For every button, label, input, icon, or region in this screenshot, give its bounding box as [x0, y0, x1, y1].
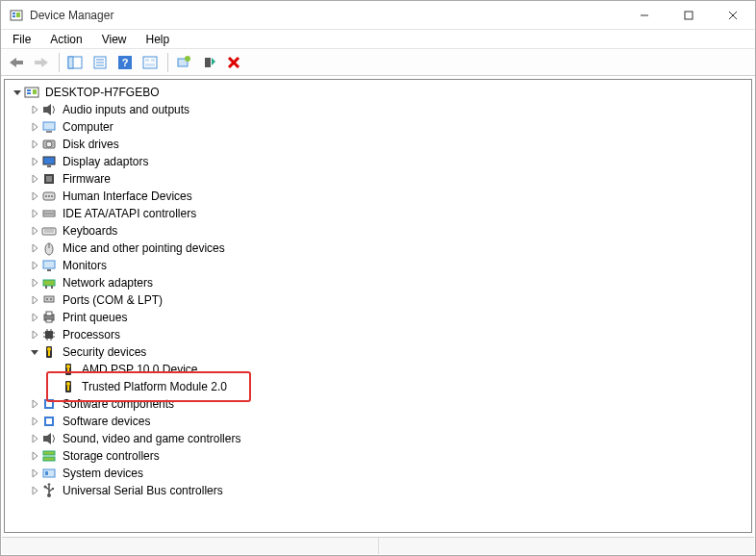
minimize-button[interactable] — [622, 1, 667, 29]
app-icon — [9, 8, 24, 23]
maximize-button[interactable] — [667, 1, 711, 29]
svg-rect-60 — [46, 312, 52, 316]
menu-action[interactable]: Action — [42, 31, 89, 48]
svg-rect-84 — [43, 436, 47, 442]
chevron-right-icon[interactable] — [28, 432, 41, 445]
svg-rect-29 — [27, 92, 31, 94]
toolbar-properties-button[interactable] — [88, 52, 112, 73]
tree-category[interactable]: Software devices — [7, 413, 749, 430]
toolbar-update-driver-button[interactable] — [172, 52, 195, 73]
toolbar-scan-button[interactable] — [139, 52, 162, 73]
tree-category[interactable]: Computer — [7, 118, 749, 136]
tree-category[interactable]: Security devices — [7, 343, 749, 361]
tree-category-label: Ports (COM & LPT) — [61, 292, 164, 308]
chevron-right-icon[interactable] — [28, 276, 41, 290]
chevron-right-icon[interactable] — [28, 467, 41, 480]
device-tree-pane[interactable]: DESKTOP-H7FGEBOAudio inputs and outputsC… — [4, 79, 752, 533]
svg-rect-8 — [15, 61, 23, 64]
svg-rect-20 — [151, 59, 155, 62]
tree-category[interactable]: Display adaptors — [7, 153, 749, 170]
tree-category[interactable]: Disk drives — [7, 136, 749, 153]
chevron-right-icon[interactable] — [28, 155, 41, 168]
chevron-right-icon[interactable] — [28, 207, 41, 220]
tree-category-label: Print queues — [61, 310, 129, 325]
chevron-right-icon[interactable] — [28, 138, 41, 151]
tree-category[interactable]: Human Interface Devices — [7, 188, 749, 205]
tree-category-label: Keyboards — [61, 223, 119, 239]
tree-category[interactable]: Sound, video and game controllers — [7, 430, 749, 447]
chevron-right-icon[interactable] — [28, 103, 41, 116]
device-tree[interactable]: DESKTOP-H7FGEBOAudio inputs and outputsC… — [7, 84, 749, 499]
tree-category-label: Processors — [61, 327, 122, 342]
tree-category-label: Firmware — [61, 171, 113, 187]
chevron-right-icon[interactable] — [28, 328, 41, 341]
tree-category[interactable]: Storage controllers — [7, 447, 749, 465]
keyboard-icon — [41, 223, 57, 239]
svg-rect-28 — [27, 89, 31, 91]
chevron-right-icon[interactable] — [28, 224, 41, 238]
network-icon — [41, 275, 57, 291]
svg-rect-1 — [13, 13, 15, 14]
chevron-right-icon[interactable] — [28, 415, 41, 428]
chevron-right-icon[interactable] — [28, 172, 41, 186]
svg-rect-86 — [43, 457, 55, 461]
svg-rect-33 — [46, 131, 52, 133]
chevron-right-icon[interactable] — [28, 293, 41, 307]
chevron-right-icon[interactable] — [28, 259, 41, 272]
menu-help[interactable]: Help — [139, 31, 178, 48]
hid-icon — [41, 189, 57, 204]
tree-root[interactable]: DESKTOP-H7FGEBO — [7, 84, 749, 101]
tree-category[interactable]: Monitors — [7, 257, 749, 274]
menu-file[interactable]: File — [5, 31, 38, 48]
toolbar-back-button[interactable] — [5, 52, 28, 73]
statusbar — [2, 537, 754, 554]
svg-rect-61 — [46, 319, 52, 322]
toolbar-disable-button[interactable] — [222, 52, 245, 73]
chevron-right-icon[interactable] — [28, 397, 41, 411]
tree-category[interactable]: Universal Serial Bus controllers — [7, 482, 749, 499]
svg-rect-62 — [45, 331, 53, 339]
tree-category[interactable]: Mice and other pointing devices — [7, 240, 749, 257]
svg-point-42 — [48, 195, 50, 197]
chevron-right-icon[interactable] — [28, 449, 41, 463]
chevron-down-icon[interactable] — [28, 345, 41, 359]
tree-category[interactable]: Network adapters — [7, 274, 749, 291]
toolbar-console-tree-button[interactable] — [63, 52, 87, 73]
svg-rect-9 — [35, 61, 42, 64]
chevron-right-icon[interactable] — [28, 484, 41, 497]
ide-icon — [41, 206, 57, 221]
tree-category[interactable]: Print queues — [7, 309, 749, 326]
mouse-icon — [41, 240, 57, 256]
svg-rect-88 — [45, 471, 48, 475]
toolbar-uninstall-button[interactable] — [197, 52, 220, 73]
computer-icon — [41, 119, 57, 135]
tree-category[interactable]: Ports (COM & LPT) — [7, 291, 749, 309]
chevron-down-icon[interactable] — [11, 86, 24, 99]
tree-category-label: Mice and other pointing devices — [61, 240, 227, 256]
tree-category[interactable]: Keyboards — [7, 222, 749, 240]
status-pane — [2, 538, 379, 554]
tree-category[interactable]: System devices — [7, 465, 749, 482]
chevron-right-icon[interactable] — [28, 311, 41, 324]
tree-category[interactable]: Firmware — [7, 170, 749, 188]
close-button[interactable] — [711, 1, 755, 29]
toolbar-forward-button[interactable] — [30, 52, 53, 73]
svg-point-35 — [46, 141, 52, 147]
tree-category[interactable]: Processors — [7, 326, 749, 343]
highlight-annotation — [46, 371, 251, 402]
chevron-right-icon[interactable] — [28, 190, 41, 203]
menu-view[interactable]: View — [94, 31, 135, 48]
svg-rect-31 — [43, 107, 47, 113]
svg-rect-5 — [685, 12, 693, 19]
usb-icon — [41, 483, 57, 498]
svg-rect-2 — [13, 15, 15, 17]
toolbar-help-button[interactable]: ? — [113, 52, 137, 73]
svg-rect-11 — [68, 57, 73, 68]
chevron-right-icon[interactable] — [28, 120, 41, 134]
chevron-right-icon[interactable] — [28, 241, 41, 255]
titlebar: Device Manager — [1, 1, 755, 30]
tree-category[interactable]: Audio inputs and outputs — [7, 101, 749, 118]
tree-category[interactable]: IDE ATA/ATAPI controllers — [7, 205, 749, 222]
tree-category-label: Sound, video and game controllers — [61, 431, 242, 446]
monitor-icon — [41, 258, 57, 273]
